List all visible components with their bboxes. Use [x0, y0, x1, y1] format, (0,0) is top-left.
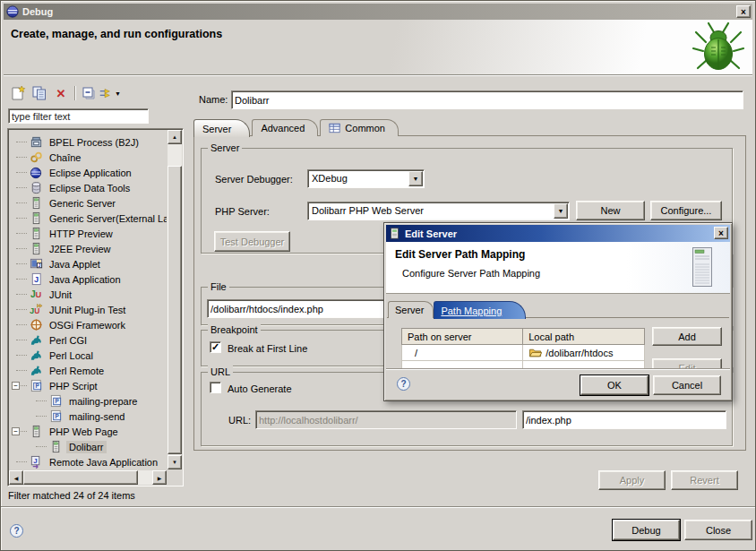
tree-item[interactable]: Pmailing-send	[9, 409, 167, 424]
server-tower-icon	[689, 246, 716, 288]
tree-item[interactable]: Pmailing-prepare	[9, 393, 167, 409]
server-icon	[29, 242, 43, 256]
cancel-button[interactable]: Cancel	[653, 375, 721, 395]
break-first-line-checkbox[interactable]: ✓	[210, 341, 221, 353]
filter-button[interactable]: ▼	[99, 83, 121, 103]
tree-item[interactable]: OSGi Framework	[9, 317, 167, 332]
scroll-up-button[interactable]: ▲	[168, 130, 182, 144]
tab-server[interactable]: Server	[193, 119, 250, 137]
database-icon	[29, 181, 43, 195]
tab-advanced[interactable]: Advanced	[252, 119, 318, 136]
perl-icon	[29, 349, 43, 363]
debug-button[interactable]: Debug	[613, 520, 680, 540]
filter-icon	[99, 86, 113, 100]
add-mapping-button[interactable]: Add	[652, 327, 722, 346]
tree-item[interactable]: JJava Applet	[9, 256, 167, 271]
tab-server-settings[interactable]: Server	[388, 301, 434, 318]
dialog-close-button[interactable]: ×	[714, 227, 728, 239]
server-debugger-combo[interactable]: XDebug ▼	[307, 169, 425, 188]
local-path-cell[interactable]: /dolibarr/htdocs	[523, 345, 645, 361]
svg-text:J: J	[34, 275, 39, 284]
tree-item-selected[interactable]: Dolibarr	[9, 439, 167, 454]
help-button[interactable]: ?	[10, 524, 23, 538]
filter-input[interactable]	[8, 108, 149, 124]
tree-item[interactable]: JUJUnit Plug-in Test	[9, 302, 167, 317]
php-server-combo[interactable]: Dolibarr PHP Web Server ▼	[307, 202, 570, 220]
url-path-input[interactable]	[522, 410, 726, 429]
tree-item[interactable]: −PHP Web Page	[9, 424, 167, 439]
dropdown-arrow-icon[interactable]: ▼	[408, 171, 423, 186]
tree-item[interactable]: Chaîne	[9, 150, 167, 165]
delete-button[interactable]: ✕	[50, 83, 72, 103]
collapse-expander[interactable]: −	[12, 382, 20, 390]
tab-common[interactable]: Common	[320, 119, 399, 136]
auto-generate-checkbox[interactable]	[210, 382, 221, 393]
dropdown-arrow-icon[interactable]: ▼	[554, 203, 568, 219]
server-debugger-label: Server Debugger:	[215, 174, 293, 185]
tree-item[interactable]: Eclipse Application	[9, 165, 167, 180]
tree-item[interactable]: HTTP Preview	[9, 226, 167, 241]
close-button[interactable]: ×	[736, 5, 751, 18]
path-mapping-table: Path on server Local path / /dolibarr/ht…	[401, 328, 645, 370]
dialog-title-bar: Edit Server ×	[386, 225, 730, 242]
server-icon	[29, 425, 43, 439]
collapse-all-button[interactable]	[78, 83, 99, 103]
tree-item[interactable]: −PPHP Script	[9, 378, 167, 393]
dialog-button-bar: ? OK Cancel	[386, 368, 730, 399]
tree-item[interactable]: J2EE Preview	[9, 241, 167, 256]
server-group-legend: Server	[208, 142, 242, 154]
configure-server-button[interactable]: Configure...	[650, 201, 722, 220]
vertical-scroll-thumb[interactable]	[168, 166, 182, 454]
break-first-line-label: Break at First Line	[228, 343, 307, 354]
dialog-heading: Edit Server Path Mapping	[395, 248, 525, 261]
php-server-label: PHP Server:	[215, 206, 270, 217]
column-path-on-server[interactable]: Path on server	[402, 329, 523, 345]
tree-item[interactable]: JJava Application	[9, 271, 167, 287]
server-icon	[29, 211, 43, 226]
launch-types-panel: ✕ ▼ BPEL Proces	[5, 79, 187, 506]
folder-icon	[528, 346, 542, 359]
scroll-left-button[interactable]: ◀	[9, 470, 23, 485]
new-server-button[interactable]: New	[576, 201, 645, 220]
scroll-down-button[interactable]: ▼	[168, 455, 182, 469]
table-row[interactable]: / /dolibarr/htdocs	[402, 345, 645, 361]
tree-item[interactable]: Perl Local	[9, 348, 167, 363]
bpel-process-icon	[29, 135, 43, 150]
horizontal-scroll-thumb[interactable]	[23, 470, 138, 485]
auto-generate-label: Auto Generate	[228, 383, 292, 394]
new-configuration-button[interactable]	[7, 83, 29, 103]
collapse-expander[interactable]: −	[12, 427, 20, 435]
revert-button[interactable]: Revert	[671, 470, 738, 490]
tree-item[interactable]: Perl CGI	[9, 332, 167, 348]
dialog-header: Edit Server Path Mapping Configure Serve…	[386, 242, 730, 294]
tree-item[interactable]: BPEL Process (B2J)	[9, 134, 167, 150]
duplicate-icon	[31, 85, 47, 101]
tree-item[interactable]: Generic Server(External La	[9, 211, 167, 226]
svg-text:U: U	[35, 290, 41, 299]
url-label: URL:	[228, 415, 251, 426]
eclipse-icon	[6, 5, 19, 18]
path-on-server-cell[interactable]: /	[402, 345, 523, 361]
name-input[interactable]	[231, 90, 743, 109]
tab-path-mapping[interactable]: Path Mapping	[434, 301, 526, 319]
column-local-path[interactable]: Local path	[523, 329, 645, 345]
php-file-icon: P	[48, 394, 63, 409]
url-base-input[interactable]	[255, 410, 517, 429]
tree-item[interactable]: Perl Remote	[9, 363, 167, 378]
scroll-right-button[interactable]: ▶	[152, 470, 167, 485]
tree-horizontal-scrollbar[interactable]: ◀ ▶	[9, 470, 167, 485]
tree-item[interactable]: JRemote Java Application	[9, 454, 167, 469]
tree-vertical-scrollbar[interactable]: ▲ ▼	[168, 130, 182, 469]
dialog-help-button[interactable]: ?	[397, 377, 410, 391]
tree-item[interactable]: JUJUnit	[9, 287, 167, 302]
edit-server-dialog: Edit Server × Edit Server Path Mapping C…	[383, 222, 733, 401]
test-debugger-button[interactable]: Test Debugger	[214, 231, 290, 252]
ok-button[interactable]: OK	[580, 375, 649, 395]
duplicate-button[interactable]	[29, 83, 50, 103]
close-dialog-button[interactable]: Close	[684, 520, 752, 540]
apply-button[interactable]: Apply	[598, 470, 666, 490]
tree-item[interactable]: Generic Server	[9, 195, 167, 211]
tree-item[interactable]: Eclipse Data Tools	[9, 180, 167, 195]
svg-text:P: P	[55, 413, 59, 419]
junit-icon: JU	[29, 288, 43, 302]
